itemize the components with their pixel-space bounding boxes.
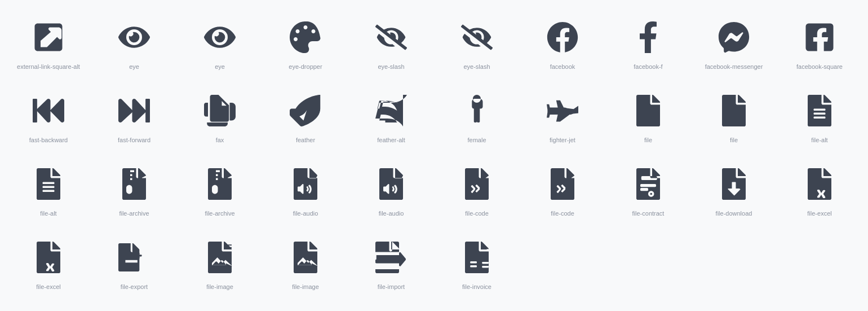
file-excel-icon-2 — [33, 238, 64, 277]
file-import-icon — [375, 238, 407, 277]
icon-label: file-audio — [293, 209, 318, 217]
icon-item-file-export[interactable]: file-export — [91, 226, 177, 299]
file-code-icon-2 — [547, 164, 578, 204]
icon-label: file-import — [378, 283, 405, 291]
icon-item-file-2[interactable]: file — [691, 79, 777, 152]
file-code-icon — [461, 164, 493, 204]
file-download-icon — [718, 164, 750, 204]
facebook-square-icon — [804, 17, 835, 57]
icon-label: file-alt — [40, 209, 56, 217]
icon-item-external-link-square-alt[interactable]: external-link-square-alt — [6, 6, 91, 79]
external-link-square-alt-icon — [33, 17, 64, 57]
icon-item-fighter-jet[interactable]: fighter-jet — [520, 79, 605, 152]
file-audio-icon-2 — [375, 164, 407, 204]
facebook-icon — [547, 17, 578, 57]
icon-item-facebook-messenger[interactable]: facebook-messenger — [691, 6, 777, 79]
icon-item-file-invoice[interactable]: file-invoice — [434, 226, 520, 299]
facebook-messenger-icon — [718, 17, 750, 57]
icon-label: file-archive — [205, 209, 234, 217]
icon-label: feather-alt — [377, 136, 405, 144]
file-image-icon-2 — [290, 238, 321, 277]
feather-icon — [290, 91, 321, 130]
icon-label: file-export — [121, 283, 148, 291]
icon-item-facebook-square[interactable]: facebook-square — [777, 6, 862, 79]
file-export-icon — [118, 238, 150, 277]
feather-alt-icon — [375, 91, 407, 130]
eye-slash-icon-2 — [461, 17, 493, 57]
icon-item-facebook[interactable]: facebook — [520, 6, 605, 79]
file-alt-icon-2 — [33, 164, 64, 204]
icon-item-file-contract[interactable]: file-contract — [605, 152, 691, 226]
file-image-icon — [204, 238, 236, 277]
icon-item-file-archive-2[interactable]: file-archive — [177, 152, 263, 226]
file-icon — [632, 91, 664, 130]
icon-label: fighter-jet — [550, 136, 575, 144]
icon-item-file-1[interactable]: file — [605, 79, 691, 152]
icon-item-file-import[interactable]: file-import — [348, 226, 434, 299]
facebook-f-icon — [632, 17, 664, 57]
icon-label: file-invoice — [462, 283, 491, 291]
icon-item-eye-slash-2[interactable]: eye-slash — [434, 6, 520, 79]
fighter-jet-icon — [547, 91, 578, 130]
icon-item-feather[interactable]: feather — [263, 79, 348, 152]
icon-item-file-image-1[interactable]: file-image — [177, 226, 263, 299]
icon-item-fax[interactable]: fax — [177, 79, 263, 152]
icon-label: file-excel — [807, 209, 831, 217]
icon-label: file-alt — [811, 136, 827, 144]
eye-dropper-icon — [290, 17, 321, 57]
fast-backward-icon — [33, 91, 64, 130]
eye-icon — [118, 17, 150, 57]
icon-label: eye-slash — [378, 63, 404, 71]
icon-label: file — [644, 136, 652, 144]
icon-label: file-contract — [632, 209, 665, 217]
icon-item-file-archive-1[interactable]: file-archive — [91, 152, 177, 226]
icon-label: file-image — [292, 283, 319, 291]
icon-label: facebook — [550, 63, 575, 71]
fast-forward-icon — [118, 91, 150, 130]
icon-item-file-code-2[interactable]: file-code — [520, 152, 605, 226]
icon-item-female[interactable]: female — [434, 79, 520, 152]
icon-label: external-link-square-alt — [17, 63, 80, 71]
icon-label: file-image — [206, 283, 233, 291]
icon-label: fax — [216, 136, 224, 144]
icon-label: file-excel — [36, 283, 60, 291]
icon-item-file-image-2[interactable]: file-image — [263, 226, 348, 299]
file-audio-icon — [290, 164, 321, 204]
icon-label: file — [730, 136, 738, 144]
icon-item-eye-1[interactable]: eye — [91, 6, 177, 79]
fax-icon — [204, 91, 236, 130]
eye-slash-icon — [375, 17, 407, 57]
icon-item-file-excel-2[interactable]: file-excel — [6, 226, 91, 299]
icon-label: file-code — [551, 209, 574, 217]
icon-label: file-download — [716, 209, 752, 217]
icon-item-feather-alt[interactable]: feather-alt — [348, 79, 434, 152]
icon-grid: external-link-square-alt eye eye eye-dro… — [0, 0, 868, 305]
icon-label: eye-dropper — [289, 63, 322, 71]
icon-label: female — [467, 136, 486, 144]
icon-item-eye-slash-1[interactable]: eye-slash — [348, 6, 434, 79]
file-icon-2 — [718, 91, 750, 130]
icon-label: file-archive — [119, 209, 149, 217]
icon-item-eye-2[interactable]: eye — [177, 6, 263, 79]
female-icon — [461, 91, 493, 130]
file-excel-icon — [804, 164, 835, 204]
icon-item-fast-backward[interactable]: fast-backward — [6, 79, 91, 152]
icon-item-facebook-f[interactable]: facebook-f — [605, 6, 691, 79]
icon-label: feather — [296, 136, 315, 144]
icon-label: file-audio — [379, 209, 404, 217]
icon-label: facebook-messenger — [705, 63, 763, 71]
icon-item-file-download[interactable]: file-download — [691, 152, 777, 226]
icon-item-fast-forward[interactable]: fast-forward — [91, 79, 177, 152]
icon-item-eye-dropper[interactable]: eye-dropper — [263, 6, 348, 79]
file-invoice-icon — [461, 238, 493, 277]
icon-item-file-alt-2[interactable]: file-alt — [6, 152, 91, 226]
icon-label: facebook-square — [796, 63, 843, 71]
icon-item-file-alt-1[interactable]: file-alt — [777, 79, 862, 152]
icon-item-file-excel-1[interactable]: file-excel — [777, 152, 862, 226]
icon-label: eye — [215, 63, 225, 71]
icon-label: eye-slash — [463, 63, 490, 71]
icon-label: fast-forward — [118, 136, 150, 144]
icon-item-file-audio-2[interactable]: file-audio — [348, 152, 434, 226]
icon-item-file-code-1[interactable]: file-code — [434, 152, 520, 226]
icon-item-file-audio-1[interactable]: file-audio — [263, 152, 348, 226]
